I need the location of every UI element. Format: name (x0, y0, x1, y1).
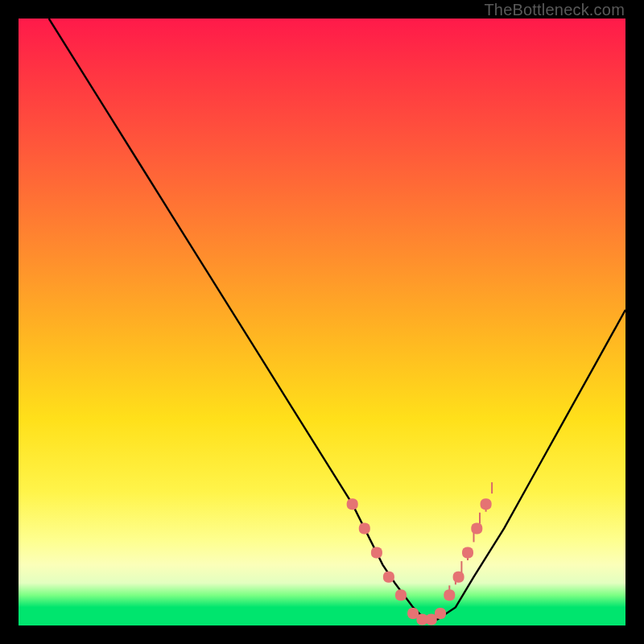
marker-dot (371, 547, 382, 559)
marker-dot (444, 589, 455, 601)
marker-dot (395, 589, 407, 601)
marker-dot (481, 498, 492, 510)
plot-area (19, 19, 625, 625)
marker-dot (383, 572, 394, 583)
chart-frame: TheBottleneck.com (0, 0, 644, 644)
marker-dot (435, 608, 446, 619)
watermark-text: TheBottleneck.com (484, 1, 625, 19)
chart-svg (19, 19, 625, 625)
marker-group (347, 498, 492, 625)
marker-dot (359, 522, 370, 534)
marker-dot (453, 572, 464, 583)
marker-dot (462, 547, 473, 559)
marker-dot (471, 522, 482, 534)
marker-dot (347, 498, 358, 510)
bottleneck-curve (49, 19, 625, 620)
